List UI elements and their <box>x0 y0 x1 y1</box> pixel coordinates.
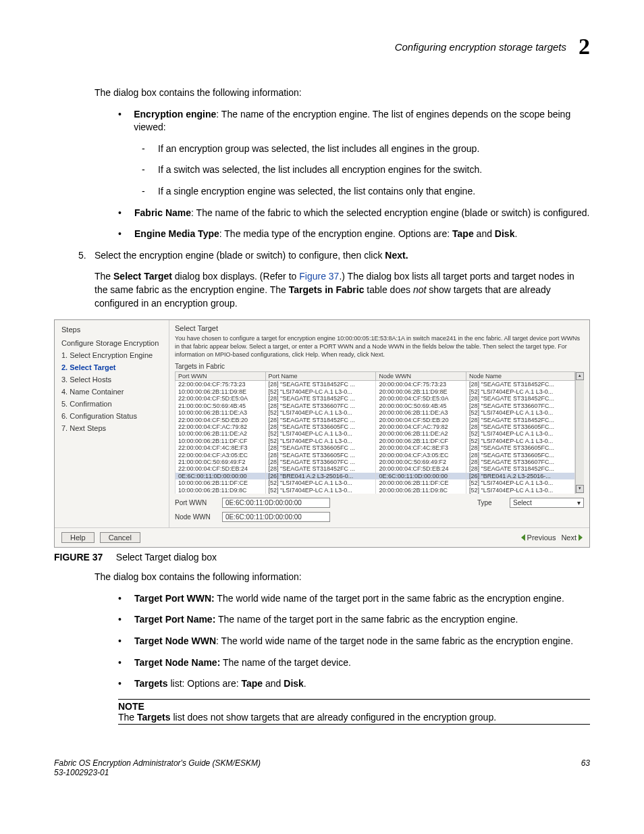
port-wwn-input[interactable]: 0E:6C:00:11:0D:00:00:00 <box>222 498 330 508</box>
node-wwn-label: Node WWN <box>175 513 217 521</box>
figure-text: Select Target dialog box <box>116 552 217 563</box>
col-port-name[interactable]: Port Name <box>265 372 376 381</box>
next-button[interactable]: Next <box>561 533 583 542</box>
step-5-nav[interactable]: 5. Confirmation <box>61 400 162 408</box>
bullet-target-node-wwn: • Target Node WWN: The world wide name o… <box>118 635 590 648</box>
port-wwn-row: Port WWN 0E:6C:00:11:0D:00:00:00 Type Se… <box>175 498 584 508</box>
bullet-icon: • <box>118 613 134 627</box>
dash-single: - If a single encryption engine was sele… <box>142 185 590 199</box>
bullet-icon: • <box>118 207 134 220</box>
targets-in-fabric-label: Targets in Fabric <box>175 363 584 370</box>
dialog-footer: Help Cancel Previous Next <box>55 527 589 547</box>
text: If an encryption group was selected, the… <box>158 142 479 156</box>
bullet-engine-media: • Engine Media Type: The media type of t… <box>118 228 590 241</box>
page: Configuring encryption storage targets 2… <box>0 0 644 804</box>
scroll-up-icon[interactable]: ▴ <box>576 372 584 380</box>
target-panel: Select Target You have chosen to configu… <box>169 320 589 527</box>
targets-table[interactable]: Port WWN Port Name Node WWN Node Name 22… <box>175 371 575 494</box>
table-row[interactable]: 22:00:00:04:CF:5D:EB:20[28] "SEAGATE ST3… <box>176 416 575 423</box>
table-row[interactable]: 22:00:00:04:CF:75:73:23[28] "SEAGATE ST3… <box>176 381 575 388</box>
table-row[interactable]: 22:00:00:04:CF:A3:05:EC[28] "SEAGATE ST3… <box>176 451 575 458</box>
table-row[interactable]: 22:00:00:04:CF:4C:8E:F3[28] "SEAGATE ST3… <box>176 444 575 451</box>
steps-title: Steps <box>61 325 162 334</box>
step-6[interactable]: 6. Configuration Status <box>61 412 162 420</box>
step-1[interactable]: 1. Select Encryption Engine <box>61 351 162 359</box>
bullet-target-node-name: • Target Node Name: The name of the targ… <box>118 656 590 670</box>
figure-label: FIGURE 37 <box>54 552 103 563</box>
figure-link[interactable]: Figure 37 <box>299 271 339 282</box>
node-wwn-input[interactable]: 0E:6C:00:11:0D:00:00:00 <box>222 512 330 522</box>
step-5-detail: The Select Target dialog box displays. (… <box>95 270 590 310</box>
type-select[interactable]: Select ▾ <box>510 498 584 508</box>
page-number: 63 <box>581 758 590 777</box>
steps-main: Configure Storage Encryption <box>61 339 162 347</box>
text: If a single encryption engine was select… <box>158 185 475 199</box>
bullet-icon: • <box>118 656 134 670</box>
table-row[interactable]: 10:00:00:06:2B:11:DE:A3[52] "LSI7404EP-L… <box>176 409 575 416</box>
step-5: 5. Select the encryption engine (blade o… <box>78 249 590 263</box>
step-3[interactable]: 3. Select Hosts <box>61 375 162 384</box>
label: Encryption engine <box>134 109 216 120</box>
table-row[interactable]: 21:00:00:0C:50:69:4B:45[28] "SEAGATE ST3… <box>176 402 575 409</box>
bullet-icon: • <box>118 635 134 648</box>
step-7[interactable]: 7. Next Steps <box>61 424 162 432</box>
next-label: Next. <box>385 250 408 261</box>
table-row[interactable]: 10:00:00:06:2B:11:DF:CE[52] "LSI7404EP-L… <box>176 479 575 486</box>
divider <box>118 724 590 725</box>
page-footer: Fabric OS Encryption Administrator's Gui… <box>54 758 590 777</box>
col-node-name[interactable]: Node Name <box>466 372 575 381</box>
note-block: NOTE The Targets list does not show targ… <box>118 699 590 725</box>
bullet-fabric-name: • Fabric Name: The name of the fabric to… <box>118 207 590 220</box>
table-row[interactable]: 22:00:00:04:CF:AC:79:82[28] "SEAGATE ST3… <box>176 423 575 430</box>
type-label: Type <box>477 499 504 506</box>
bullet-encryption-engine: • Encryption engine: The name of the enc… <box>118 108 590 134</box>
scrollbar[interactable]: ▴ ▾ <box>575 371 584 494</box>
divider <box>118 699 590 700</box>
chapter-number: 2 <box>579 34 590 59</box>
disk: Disk <box>495 228 515 239</box>
dash-switch: - If a switch was selected, the list inc… <box>142 163 590 177</box>
note-text: The Targets list does not show targets t… <box>118 712 590 723</box>
table-row[interactable]: 10:00:00:06:2B:11:DE:A2[52] "LSI7404EP-L… <box>176 430 575 437</box>
table-row[interactable]: 10:00:00:06:2B:11:D9:8E[52] "LSI7404EP-L… <box>176 388 575 395</box>
scroll-down-icon[interactable]: ▾ <box>576 485 584 493</box>
figure-caption: FIGURE 37 Select Target dialog box <box>54 552 590 563</box>
node-wwn-row: Node WWN 0E:6C:00:11:0D:00:00:00 <box>175 512 584 522</box>
previous-button[interactable]: Previous <box>521 533 556 542</box>
help-button[interactable]: Help <box>61 532 95 543</box>
table-row[interactable]: 0E:6C:00:11:0D:00:00:00[26] "BRE041 A.2 … <box>176 473 575 479</box>
text: : The media type of the encryption engin… <box>219 228 452 239</box>
dash-icon: - <box>142 163 158 177</box>
label: Fabric Name <box>134 207 191 218</box>
dash-group: - If an encryption group was selected, t… <box>142 142 590 156</box>
label: Engine Media Type <box>134 228 219 239</box>
col-node-wwn[interactable]: Node WWN <box>376 372 466 381</box>
step-2[interactable]: 2. Select Target <box>61 363 162 371</box>
bullet-icon: • <box>118 677 134 691</box>
table-row[interactable]: 22:00:00:04:CF:5D:EB:24[28] "SEAGATE ST3… <box>176 465 575 472</box>
dash-icon: - <box>142 142 158 156</box>
step-4[interactable]: 4. Name Container <box>61 388 162 396</box>
text: Select the encryption engine (blade or s… <box>95 250 385 261</box>
instructions: You have chosen to configure a target fo… <box>175 335 584 359</box>
col-port-wwn[interactable]: Port WWN <box>176 372 266 381</box>
table-row[interactable]: 10:00:00:06:2B:11:D9:8C[52] "LSI7404EP-L… <box>176 487 575 494</box>
table-row[interactable]: 21:00:00:0C:50:69:49:F2[28] "SEAGATE ST3… <box>176 459 575 465</box>
header-title: Configuring encryption storage targets <box>395 41 566 53</box>
text: : The name of the fabric to which the se… <box>191 207 589 218</box>
triangle-left-icon <box>521 534 525 541</box>
bullet-target-port-wwn: • Target Port WWN: The world wide name o… <box>118 592 590 606</box>
bullet-icon: • <box>118 108 134 134</box>
target-title: Select Target <box>175 324 584 332</box>
table-row[interactable]: 22:00:00:04:CF:5D:E5:0A[28] "SEAGATE ST3… <box>176 395 575 402</box>
dash-icon: - <box>142 185 158 199</box>
bullet-icon: • <box>118 592 134 606</box>
intro-1: The dialog box contains the following in… <box>95 86 590 100</box>
bullet-targets-list: • Targets list: Options are: Tape and Di… <box>118 677 590 691</box>
bullet-target-port-name: • Target Port Name: The name of the targ… <box>118 613 590 627</box>
table-row[interactable]: 10:00:00:06:2B:11:DF:CF[52] "LSI7404EP-L… <box>176 438 575 444</box>
text: If a switch was selected, the list inclu… <box>158 163 482 177</box>
chevron-down-icon: ▾ <box>577 499 581 506</box>
port-wwn-label: Port WWN <box>175 499 217 506</box>
cancel-button[interactable]: Cancel <box>100 532 140 543</box>
